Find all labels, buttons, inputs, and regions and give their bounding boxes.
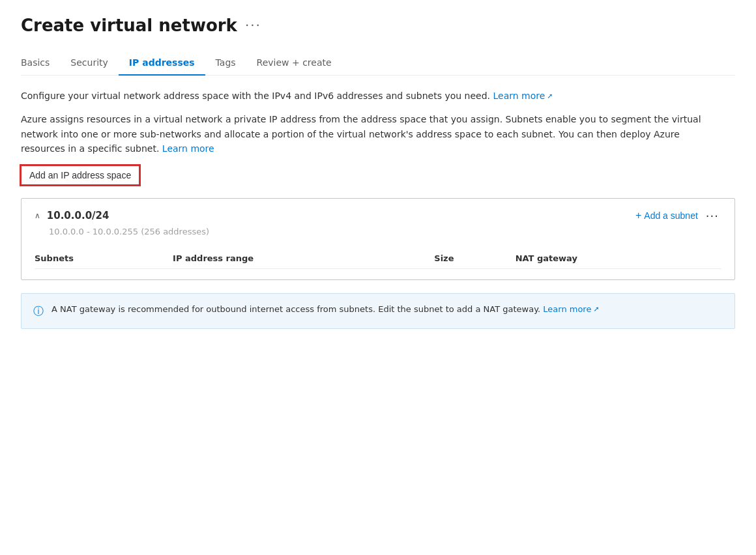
col-ip-range: IP address range xyxy=(173,248,434,269)
plus-icon: + xyxy=(635,210,641,221)
ip-cidr-label: 10.0.0.0/24 xyxy=(47,210,109,221)
col-subnets: Subnets xyxy=(35,248,173,269)
add-subnet-button[interactable]: + Add a subnet xyxy=(635,210,698,221)
tab-review-create[interactable]: Review + create xyxy=(246,51,342,76)
more-options-icon[interactable]: ··· xyxy=(703,209,721,223)
external-link-icon-1: ➚ xyxy=(547,91,553,102)
ip-space-header-right: + Add a subnet ··· xyxy=(635,209,721,223)
info-banner-text: A NAT gateway is recommended for outboun… xyxy=(51,303,600,316)
tab-ip-addresses[interactable]: IP addresses xyxy=(119,51,205,76)
tab-security[interactable]: Security xyxy=(60,51,119,76)
page-title: Create virtual network xyxy=(21,16,237,35)
subnet-table: Subnets IP address range Size NAT gatewa… xyxy=(35,248,721,269)
tab-basics[interactable]: Basics xyxy=(21,51,60,76)
page-title-row: Create virtual network ··· xyxy=(21,16,735,35)
subnet-table-head: Subnets IP address range Size NAT gatewa… xyxy=(35,248,721,269)
ip-space-header: ∧ 10.0.0.0/24 + Add a subnet ··· xyxy=(35,209,721,223)
add-subnet-label: Add a subnet xyxy=(644,210,698,221)
tab-nav: Basics Security IP addresses Tags Review… xyxy=(21,51,735,76)
info-banner: ⓘ A NAT gateway is recommended for outbo… xyxy=(21,293,735,329)
ip-range-text: 10.0.0.0 - 10.0.0.255 (256 addresses) xyxy=(35,227,721,236)
ip-space-card: ∧ 10.0.0.0/24 + Add a subnet ··· 10.0.0.… xyxy=(21,198,735,280)
add-ip-address-space-button[interactable]: Add an IP address space xyxy=(21,165,139,185)
learn-more-link-2[interactable]: Learn more xyxy=(162,143,214,154)
description-line1: Configure your virtual network address s… xyxy=(21,89,725,103)
desc2-text: Azure assigns resources in a virtual net… xyxy=(21,114,701,154)
subnet-table-header-row: Subnets IP address range Size NAT gatewa… xyxy=(35,248,721,269)
page-more-icon[interactable]: ··· xyxy=(245,18,261,33)
ip-space-header-left: ∧ 10.0.0.0/24 xyxy=(35,210,109,221)
desc1-text: Configure your virtual network address s… xyxy=(21,91,490,101)
description-line2: Azure assigns resources in a virtual net… xyxy=(21,112,725,156)
info-circle-icon: ⓘ xyxy=(33,304,44,319)
col-size: Size xyxy=(434,248,515,269)
info-banner-learn-more-link[interactable]: Learn more➚ xyxy=(543,304,599,314)
external-link-icon-2: ➚ xyxy=(593,304,599,315)
chevron-up-icon[interactable]: ∧ xyxy=(35,211,40,220)
tab-tags[interactable]: Tags xyxy=(205,51,246,76)
learn-more-link-1[interactable]: Learn more➚ xyxy=(493,91,553,101)
col-nat-gateway: NAT gateway xyxy=(516,248,721,269)
